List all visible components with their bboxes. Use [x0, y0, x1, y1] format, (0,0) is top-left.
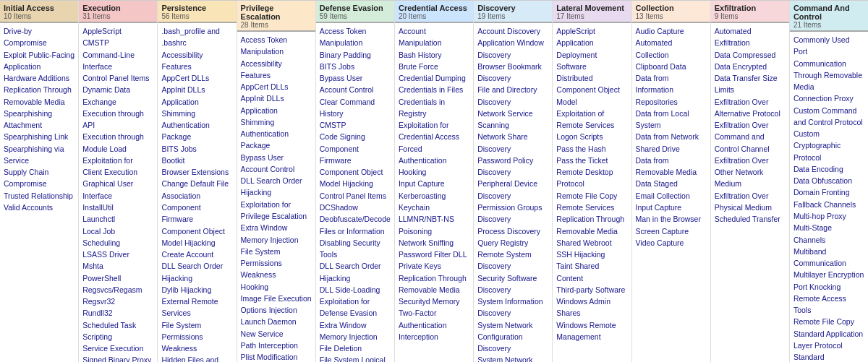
list-item[interactable]: Remote Desktop Protocol [556, 166, 627, 190]
list-item[interactable]: Process Discovery [477, 225, 548, 237]
list-item[interactable]: Domain Fronting [793, 186, 864, 198]
list-item[interactable]: Permission Groups Discovery [477, 202, 548, 225]
list-item[interactable]: Man in the Browser [636, 213, 707, 225]
list-item[interactable]: Hooking [399, 166, 469, 178]
list-item[interactable]: Authentication Package [241, 128, 312, 152]
list-item[interactable]: Scheduled Transfer [715, 213, 786, 225]
list-item[interactable]: Data from Removable Media [636, 155, 707, 178]
list-item[interactable]: File and Directory Discovery [477, 84, 548, 108]
list-item[interactable]: Multi-Stage Channels [793, 222, 864, 246]
list-item[interactable]: Disabling Security Tools [320, 237, 391, 261]
list-item[interactable]: Fallback Channels [793, 199, 864, 210]
list-item[interactable]: Exfiltration Over Physical Medium [715, 190, 786, 214]
list-item[interactable]: Security Software Discovery [477, 272, 548, 296]
list-item[interactable]: Standard Cryptographic Protocol [793, 351, 864, 362]
list-item[interactable]: Data Transfer Size Limits [715, 72, 786, 96]
list-item[interactable]: Dynamic Data Exchange [82, 84, 153, 108]
list-item[interactable]: Launchctl [82, 213, 153, 225]
list-item[interactable]: External Remote Services [161, 296, 232, 319]
list-item[interactable]: AppInit DLLs [161, 84, 232, 95]
list-item[interactable]: Shared Webroot [556, 237, 627, 249]
list-item[interactable]: Component Firmware [161, 202, 232, 225]
list-item[interactable]: Connection Proxy [793, 92, 864, 104]
list-item[interactable]: Data Staged [636, 178, 707, 189]
list-item[interactable]: Data from Local System [636, 108, 707, 132]
list-item[interactable]: Access Token Manipulation [241, 34, 312, 58]
list-item[interactable]: BITS Jobs [320, 61, 391, 72]
list-item[interactable]: Kerberoasting [399, 190, 469, 202]
list-item[interactable]: DLL Search Order Hijacking [161, 260, 232, 284]
list-item[interactable]: Replication Through Removable Media [556, 213, 627, 237]
list-item[interactable]: AppCert DLLs [241, 81, 312, 92]
list-item[interactable]: Taint Shared Content [556, 260, 627, 284]
list-item[interactable]: Bootkit [161, 155, 232, 166]
list-item[interactable]: Regsvr32 [82, 296, 153, 307]
list-item[interactable]: Commonly Used Port [793, 34, 864, 58]
list-item[interactable]: DLL Search Order Hijacking [320, 260, 391, 284]
list-item[interactable]: Image File Execution Options Injection [241, 293, 312, 316]
list-item[interactable]: Extra Window Memory Injection [320, 319, 391, 343]
list-item[interactable]: Accessibility Features [241, 58, 312, 82]
list-item[interactable]: Exploitation for Credential Access [399, 119, 469, 143]
list-item[interactable]: Clipboard Data [636, 61, 707, 72]
list-item[interactable]: Forced Authentication [399, 143, 469, 167]
list-item[interactable]: Brute Force [399, 61, 469, 72]
list-item[interactable]: Automated Collection [636, 37, 707, 61]
list-item[interactable]: Signed Binary Proxy Execution [82, 354, 153, 362]
list-item[interactable]: Application Deployment Software [556, 37, 627, 72]
list-item[interactable]: Bash History [399, 49, 469, 61]
list-item[interactable]: Remote File Copy [556, 190, 627, 202]
list-item[interactable]: Hooking [241, 281, 312, 293]
list-item[interactable]: Change Default File Association [161, 178, 232, 202]
list-item[interactable]: Execution through Module Load [82, 131, 153, 155]
list-item[interactable]: Execution through API [82, 108, 153, 132]
list-item[interactable]: Replication Through Removable Media [4, 84, 75, 108]
list-item[interactable]: AppCert DLLs [161, 72, 232, 84]
list-item[interactable]: Remote Services [556, 202, 627, 213]
list-item[interactable]: Trusted Relationship [4, 190, 75, 202]
list-item[interactable]: Credentials in Files [399, 84, 469, 95]
list-item[interactable]: Data from Network Shared Drive [636, 131, 707, 155]
list-item[interactable]: CMSTP [320, 119, 391, 131]
list-item[interactable]: Scheduled Task [82, 319, 153, 331]
list-item[interactable]: Application Window Discovery [477, 37, 548, 61]
list-item[interactable]: Account Manipulation [399, 25, 469, 49]
list-item[interactable]: Command-Line Interface [82, 49, 153, 73]
list-item[interactable]: Exploitation for Client Execution [82, 155, 153, 178]
list-item[interactable]: Distributed Component Object Model [556, 72, 627, 108]
list-item[interactable]: File System Permissions Weakness [241, 246, 312, 281]
list-item[interactable]: Remote File Copy [793, 316, 864, 327]
list-item[interactable]: Local Job Scheduling [82, 225, 153, 249]
list-item[interactable]: Keychain [399, 202, 469, 213]
list-item[interactable]: Spearphishing Attachment [4, 108, 75, 132]
list-item[interactable]: Bypass User Account Control [320, 72, 391, 96]
list-item[interactable]: Exploit Public-Facing Application [4, 49, 75, 73]
list-item[interactable]: Component Object Model Hijacking [320, 166, 391, 190]
list-item[interactable]: InstallUtil [82, 202, 153, 213]
list-item[interactable]: Windows Remote Management [556, 319, 627, 343]
list-item[interactable]: Network Sniffing [399, 237, 469, 249]
list-item[interactable]: Password Filter DLL [399, 249, 469, 260]
list-item[interactable]: Query Registry [477, 237, 548, 249]
list-item[interactable]: Application Shimming [161, 96, 232, 120]
list-item[interactable]: Browser Bookmark Discovery [477, 61, 548, 85]
list-item[interactable]: Valid Accounts [4, 202, 75, 213]
list-item[interactable]: Accessibility Features [161, 49, 232, 73]
list-item[interactable]: File System Permissions Weakness [161, 319, 232, 355]
list-item[interactable]: Path Interception [241, 340, 312, 351]
list-item[interactable]: Third-party Software [556, 284, 627, 296]
list-item[interactable]: Two-Factor Authentication Interception [399, 307, 469, 342]
list-item[interactable]: Service Execution [82, 342, 153, 354]
list-item[interactable]: Network Share Discovery [477, 131, 548, 155]
list-item[interactable]: System Network Configuration Discovery [477, 319, 548, 355]
list-item[interactable]: Custom Cryptographic Protocol [793, 128, 864, 163]
list-item[interactable]: Clear Command History [320, 96, 391, 120]
list-item[interactable]: AppInit DLLs [241, 92, 312, 104]
list-item[interactable]: Supply Chain Compromise [4, 166, 75, 190]
list-item[interactable]: Data from Information Repositories [636, 72, 707, 108]
list-item[interactable]: Component Firmware [320, 143, 391, 167]
list-item[interactable]: Remote System Discovery [477, 249, 548, 272]
list-item[interactable]: Binary Padding [320, 49, 391, 61]
list-item[interactable]: Multi-hop Proxy [793, 210, 864, 222]
list-item[interactable]: LSASS Driver [82, 249, 153, 260]
